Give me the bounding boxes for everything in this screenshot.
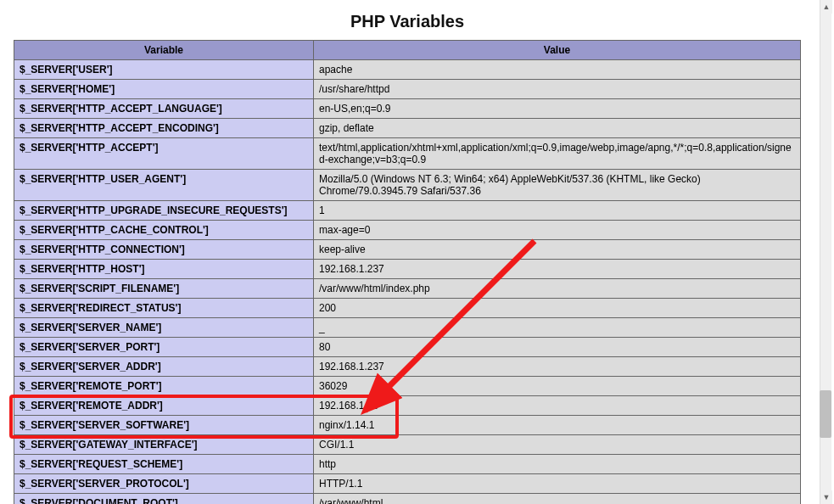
table-row: $_SERVER['USER']apache [14,60,801,80]
value-cell: gzip, deflate [314,119,801,138]
table-row: $_SERVER['HTTP_USER_AGENT']Mozilla/5.0 (… [14,170,801,201]
value-cell: en-US,en;q=0.9 [314,99,801,119]
header-value: Value [314,41,801,60]
variable-cell: $_SERVER['USER'] [14,60,314,80]
table-body: $_SERVER['USER']apache$_SERVER['HOME']/u… [14,60,801,505]
table-header-row: Variable Value [14,41,801,60]
variable-cell: $_SERVER['REMOTE_PORT'] [14,377,314,396]
value-cell: CGI/1.1 [314,435,801,455]
header-variable: Variable [14,41,314,60]
variable-cell: $_SERVER['SERVER_ADDR'] [14,357,314,377]
variable-cell: $_SERVER['HTTP_ACCEPT_LANGUAGE'] [14,99,314,119]
table-row: $_SERVER['HTTP_HOST']192.168.1.237 [14,260,801,279]
variable-cell: $_SERVER['HTTP_USER_AGENT'] [14,170,314,201]
table-row: $_SERVER['REQUEST_SCHEME']http [14,455,801,474]
table-row: $_SERVER['SERVER_PORT']80 [14,338,801,357]
value-cell: http [314,455,801,474]
scrollbar-thumb[interactable] [820,390,831,438]
scroll-up-button[interactable]: ▲ [820,0,832,14]
value-cell: /usr/share/httpd [314,80,801,99]
value-cell: HTTP/1.1 [314,474,801,494]
variable-cell: $_SERVER['HOME'] [14,80,314,99]
variable-cell: $_SERVER['HTTP_CACHE_CONTROL'] [14,221,314,240]
table-row: $_SERVER['HTTP_CACHE_CONTROL']max-age=0 [14,221,801,240]
value-cell: /var/www/html [314,494,801,505]
table-row: $_SERVER['SERVER_SOFTWARE']nginx/1.14.1 [14,416,801,435]
value-cell: /var/www/html/index.php [314,279,801,299]
table-row: $_SERVER['REDIRECT_STATUS']200 [14,299,801,318]
table-row: $_SERVER['GATEWAY_INTERFACE']CGI/1.1 [14,435,801,455]
variable-cell: $_SERVER['REQUEST_SCHEME'] [14,455,314,474]
variable-cell: $_SERVER['REMOTE_ADDR'] [14,396,314,416]
value-cell: apache [314,60,801,80]
value-cell: 1 [314,201,801,221]
value-cell: _ [314,318,801,338]
value-cell: nginx/1.14.1 [314,416,801,435]
value-cell: 80 [314,338,801,357]
value-cell: Mozilla/5.0 (Windows NT 6.3; Win64; x64)… [314,170,801,201]
table-row: $_SERVER['SERVER_NAME']_ [14,318,801,338]
variable-cell: $_SERVER['GATEWAY_INTERFACE'] [14,435,314,455]
variable-cell: $_SERVER['SERVER_NAME'] [14,318,314,338]
variable-cell: $_SERVER['SCRIPT_FILENAME'] [14,279,314,299]
table-row: $_SERVER['HTTP_ACCEPT_ENCODING']gzip, de… [14,119,801,138]
php-variables-table: Variable Value $_SERVER['USER']apache$_S… [14,40,801,504]
table-row: $_SERVER['REMOTE_PORT']36029 [14,377,801,396]
table-row: $_SERVER['HTTP_UPGRADE_INSECURE_REQUESTS… [14,201,801,221]
table-row: $_SERVER['REMOTE_ADDR']192.168.1.10 [14,396,801,416]
table-row: $_SERVER['SCRIPT_FILENAME']/var/www/html… [14,279,801,299]
page-title: PHP Variables [0,0,814,40]
value-cell: 192.168.1.237 [314,260,801,279]
table-row: $_SERVER['HTTP_ACCEPT_LANGUAGE']en-US,en… [14,99,801,119]
table-row: $_SERVER['HTTP_CONNECTION']keep-alive [14,240,801,260]
variable-cell: $_SERVER['HTTP_CONNECTION'] [14,240,314,260]
value-cell: max-age=0 [314,221,801,240]
table-row: $_SERVER['DOCUMENT_ROOT']/var/www/html [14,494,801,505]
table-row: $_SERVER['SERVER_ADDR']192.168.1.237 [14,357,801,377]
table-row: $_SERVER['SERVER_PROTOCOL']HTTP/1.1 [14,474,801,494]
value-cell: text/html,application/xhtml+xml,applicat… [314,138,801,170]
value-cell: keep-alive [314,240,801,260]
value-cell: 192.168.1.237 [314,357,801,377]
scroll-down-button[interactable]: ▼ [820,490,832,504]
value-cell: 192.168.1.10 [314,396,801,416]
variable-cell: $_SERVER['SERVER_SOFTWARE'] [14,416,314,435]
variable-cell: $_SERVER['REDIRECT_STATUS'] [14,299,314,318]
variable-cell: $_SERVER['HTTP_UPGRADE_INSECURE_REQUESTS… [14,201,314,221]
table-row: $_SERVER['HOME']/usr/share/httpd [14,80,801,99]
variable-cell: $_SERVER['HTTP_ACCEPT'] [14,138,314,170]
table-row: $_SERVER['HTTP_ACCEPT']text/html,applica… [14,138,801,170]
value-cell: 36029 [314,377,801,396]
value-cell: 200 [314,299,801,318]
variable-cell: $_SERVER['DOCUMENT_ROOT'] [14,494,314,505]
variable-cell: $_SERVER['SERVER_PROTOCOL'] [14,474,314,494]
page-content[interactable]: PHP Variables Variable Value $_SERVER['U… [0,0,814,504]
variable-cell: $_SERVER['HTTP_ACCEPT_ENCODING'] [14,119,314,138]
variable-cell: $_SERVER['HTTP_HOST'] [14,260,314,279]
variable-cell: $_SERVER['SERVER_PORT'] [14,338,314,357]
